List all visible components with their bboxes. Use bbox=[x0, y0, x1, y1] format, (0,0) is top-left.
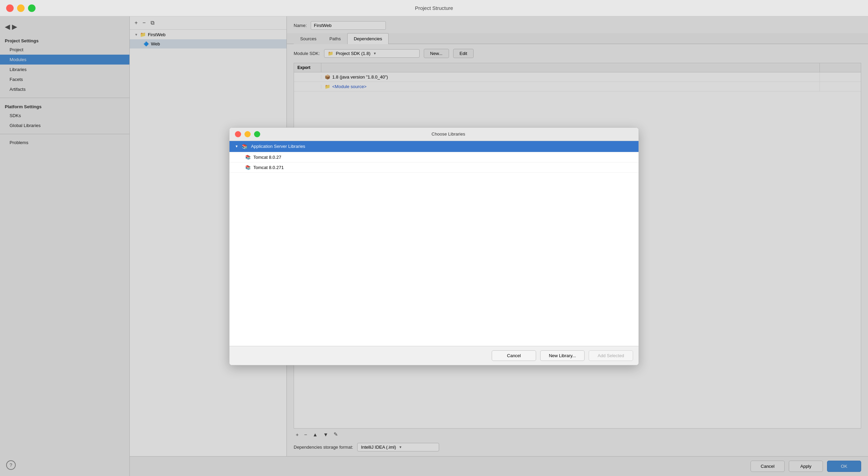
modal-overlay: Choose Libraries ▼ 📚 Application Server … bbox=[0, 16, 868, 476]
lib-expand-arrow: ▼ bbox=[235, 144, 238, 148]
modal-min-button[interactable] bbox=[244, 131, 251, 137]
tomcat-icon-1: 📚 bbox=[245, 155, 251, 160]
modal-max-button[interactable] bbox=[254, 131, 260, 137]
lib-server-icon: 📚 bbox=[242, 144, 248, 149]
minimize-button[interactable] bbox=[17, 4, 25, 12]
modal-body: ▼ 📚 Application Server Libraries 📚 Tomca… bbox=[229, 141, 639, 346]
library-child-tomcat2[interactable]: 📚 Tomcat 8.0.271 bbox=[229, 163, 639, 173]
window-controls bbox=[6, 4, 36, 12]
close-button[interactable] bbox=[6, 4, 14, 12]
choose-libraries-modal: Choose Libraries ▼ 📚 Application Server … bbox=[229, 127, 639, 365]
modal-new-library-button[interactable]: New Library... bbox=[540, 350, 585, 361]
library-item-app-server[interactable]: ▼ 📚 Application Server Libraries bbox=[229, 141, 639, 152]
modal-cancel-button[interactable]: Cancel bbox=[492, 350, 536, 361]
lib-app-server-label: Application Server Libraries bbox=[251, 144, 305, 149]
modal-footer: Cancel New Library... Add Selected bbox=[229, 346, 639, 365]
tomcat2-label: Tomcat 8.0.271 bbox=[253, 165, 284, 170]
library-child-tomcat1[interactable]: 📚 Tomcat 8.0.27 bbox=[229, 152, 639, 163]
modal-add-selected-button[interactable]: Add Selected bbox=[589, 350, 633, 361]
tomcat-icon-2: 📚 bbox=[245, 165, 251, 170]
modal-close-button[interactable] bbox=[235, 131, 241, 137]
window-title: Project Structure bbox=[415, 5, 453, 11]
tomcat1-label: Tomcat 8.0.27 bbox=[253, 155, 281, 160]
modal-title: Choose Libraries bbox=[264, 131, 633, 137]
modal-titlebar: Choose Libraries bbox=[229, 128, 639, 141]
title-bar: Project Structure bbox=[0, 0, 868, 16]
maximize-button[interactable] bbox=[28, 4, 36, 12]
